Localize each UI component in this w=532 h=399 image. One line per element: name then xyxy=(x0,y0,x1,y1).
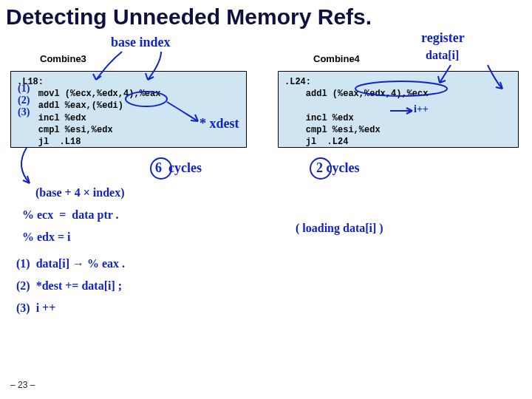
anno-xdest: * xdest xyxy=(200,117,239,132)
slide-number: – 23 – xyxy=(10,380,35,390)
anno-eq1: (base + 4 × index) xyxy=(35,186,124,200)
anno-map1: (1) data[i] → % eax . xyxy=(16,257,125,270)
combine4-code: .L24: addl (%eax,%edx,4),%ecx incl %edx … xyxy=(278,71,519,148)
anno-datai: data[i] xyxy=(426,49,459,62)
anno-register: register xyxy=(421,31,465,46)
anno-eq3: % edx = i xyxy=(22,231,71,244)
anno-map3: (3) i ++ xyxy=(16,301,55,315)
anno-loading: ( loading data[i] ) xyxy=(296,222,383,235)
combine3-label: Combine3 xyxy=(40,53,86,64)
anno-6cycles: 6 cycles xyxy=(155,161,202,176)
anno-map2: (2) *dest += data[i] ; xyxy=(16,279,122,293)
anno-base-index: base index xyxy=(111,35,171,50)
anno-num3: (3) xyxy=(18,106,30,117)
combine4-label: Combine4 xyxy=(313,53,360,64)
anno-eq2: % ecx = data ptr . xyxy=(22,208,119,222)
anno-2cycles: 2 cycles xyxy=(316,161,359,176)
anno-num2: (2) xyxy=(18,95,30,106)
page-title: Detecting Unneeded Memory Refs. xyxy=(6,4,372,30)
combine3-code: .L18: movl (%ecx,%edx,4),%eax addl %eax,… xyxy=(10,71,247,148)
anno-ipp-right: i++ xyxy=(414,103,429,115)
anno-num1: (1) xyxy=(18,83,30,94)
